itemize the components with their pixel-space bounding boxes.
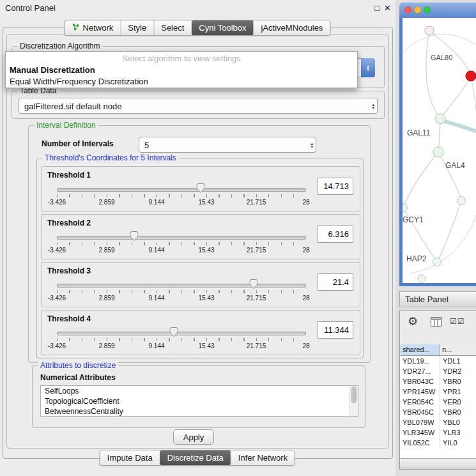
attribute-list-item[interactable]: SelfLoops bbox=[41, 386, 358, 396]
network-graph: GAL80 GAL11 GAL4 GCY1 HAP2 bbox=[403, 18, 476, 283]
table-cell-name: YBL0 bbox=[440, 417, 476, 427]
table-row[interactable]: YBR043C YBR0 bbox=[400, 376, 476, 387]
combobox-arrows-icon[interactable]: ▴▾ bbox=[372, 103, 374, 109]
algorithm-option-manual[interactable]: Manual Discretization bbox=[6, 65, 357, 76]
table-row[interactable]: YBR045C YBR0 bbox=[400, 407, 476, 417]
network-node[interactable] bbox=[418, 275, 426, 282]
zoom-traffic-light-icon[interactable] bbox=[424, 6, 431, 13]
network-canvas[interactable]: GAL80 GAL11 GAL4 GCY1 HAP2 bbox=[403, 18, 476, 283]
slider-handle[interactable] bbox=[250, 279, 258, 289]
apply-button[interactable]: Apply bbox=[173, 429, 214, 445]
attribute-list-item[interactable]: BetweennessCentrality bbox=[41, 406, 358, 417]
table-cell-shared-name: YBR045C bbox=[400, 407, 440, 417]
tab-style[interactable]: Style bbox=[120, 20, 153, 35]
slider-ticks bbox=[57, 242, 306, 245]
tab-network[interactable]: Network bbox=[65, 20, 121, 35]
columns-icon[interactable] bbox=[431, 317, 441, 329]
network-node[interactable] bbox=[433, 147, 443, 157]
slider-track[interactable] bbox=[57, 284, 306, 288]
interval-definition-group-label: Interval Definition bbox=[34, 121, 98, 130]
table-row[interactable]: YLR345W YLR3 bbox=[400, 427, 476, 438]
tick-labels: -3.4262.8599.14415.4321.71528 bbox=[57, 295, 306, 302]
network-window-titlebar[interactable] bbox=[399, 3, 476, 18]
tick-label: 15.43 bbox=[198, 199, 214, 206]
table-cell-name: YPR1 bbox=[440, 387, 476, 397]
tick-label: 21.715 bbox=[247, 342, 266, 349]
table-cell-shared-name: YDR27... bbox=[400, 366, 440, 376]
control-panel-titlebar: Control Panel □ ✕ bbox=[0, 0, 395, 15]
network-node-labels: GAL80 GAL11 GAL4 GCY1 HAP2 bbox=[403, 54, 465, 263]
threshold-value-box[interactable]: 21.4 bbox=[318, 273, 353, 291]
node-label: GCY1 bbox=[403, 215, 424, 224]
network-node[interactable] bbox=[425, 26, 434, 35]
table-panel-header[interactable]: Table Panel bbox=[399, 291, 476, 307]
attr-items-container: SelfLoopsTopologicalCoefficientBetweenne… bbox=[41, 386, 358, 417]
threshold-value-box[interactable]: 6.316 bbox=[318, 226, 353, 243]
slider-track[interactable] bbox=[57, 236, 306, 240]
table-toolbar: ⚙ ☑☑ bbox=[400, 311, 476, 333]
tick-labels: -3.4262.8599.14415.4321.71528 bbox=[57, 199, 306, 206]
algorithm-option-equal-width[interactable]: Equal Width/Frequency Discretization bbox=[6, 76, 357, 88]
tab-infer-network[interactable]: Infer Network bbox=[231, 450, 295, 465]
slider-handle[interactable] bbox=[197, 183, 205, 193]
tick-label: -3.426 bbox=[48, 295, 66, 302]
tab-select[interactable]: Select bbox=[153, 20, 191, 35]
select-columns-checkbox-icons[interactable]: ☑☑ bbox=[450, 317, 465, 326]
network-node[interactable] bbox=[457, 197, 466, 205]
discretization-algorithm-group-label: Discretization Algorithm bbox=[17, 42, 102, 50]
table-cell-shared-name: YIL052C bbox=[400, 438, 440, 448]
slider-handle[interactable] bbox=[130, 231, 138, 241]
float-window-icon[interactable]: □ bbox=[374, 3, 380, 13]
numerical-attributes-list[interactable]: SelfLoopsTopologicalCoefficientBetweenne… bbox=[40, 385, 358, 417]
tab-impute-data[interactable]: Impute Data bbox=[100, 450, 160, 465]
minimize-traffic-light-icon[interactable] bbox=[414, 6, 421, 13]
attributes-scrollbar[interactable] bbox=[349, 386, 358, 416]
slider-handle[interactable] bbox=[170, 327, 178, 337]
highlighted-network-edge bbox=[440, 120, 476, 132]
table-row[interactable]: YBL079W YBL0 bbox=[400, 417, 476, 427]
tick-label: -3.426 bbox=[48, 199, 66, 206]
control-panel-title: Control Panel bbox=[5, 3, 56, 13]
close-traffic-light-icon[interactable] bbox=[404, 6, 411, 13]
column-header-shared-name[interactable]: shared... bbox=[400, 344, 440, 355]
node-label: GAL4 bbox=[445, 161, 465, 170]
threshold-slider[interactable]: -3.4262.8599.14415.4321.71528 bbox=[57, 280, 306, 303]
network-node[interactable] bbox=[403, 204, 408, 212]
threshold-label: Threshold 4 bbox=[47, 314, 91, 323]
close-window-icon[interactable]: ✕ bbox=[384, 3, 391, 13]
thresholds-container: Threshold 1 14.713 -3.4262.8599.14415.43… bbox=[41, 166, 359, 358]
slider-track[interactable] bbox=[57, 332, 306, 335]
table-data-combobox[interactable]: galFiltered.sif default node ▴▾ bbox=[19, 98, 378, 114]
tab-jactivemnodules[interactable]: jActiveMNodules bbox=[254, 20, 330, 35]
table-row[interactable]: YDL19... YDL1 bbox=[400, 356, 476, 366]
threshold-label: Threshold 1 bbox=[47, 171, 91, 180]
table-data-value: galFiltered.sif default node bbox=[24, 101, 121, 111]
table-footer-bar bbox=[400, 458, 476, 469]
selected-network-node[interactable] bbox=[466, 71, 476, 81]
column-header-name[interactable]: n... bbox=[440, 344, 476, 355]
control-panel-window: Control Panel □ ✕ Network Style Select C… bbox=[0, 0, 396, 476]
table-row[interactable]: YER054C YER0 bbox=[400, 397, 476, 407]
spinner-arrows-icon[interactable]: ▴▾ bbox=[311, 142, 313, 148]
number-of-intervals-spinner[interactable]: 5 ▴▾ bbox=[139, 137, 316, 153]
tab-discretize-data[interactable]: Discretize Data bbox=[160, 450, 231, 465]
table-row[interactable]: YPR145W YPR1 bbox=[400, 387, 476, 397]
threshold-slider[interactable]: -3.4262.8599.14415.4321.71528 bbox=[57, 328, 306, 351]
threshold-value-box[interactable]: 14.713 bbox=[318, 178, 353, 195]
gear-icon[interactable]: ⚙ bbox=[408, 314, 418, 328]
slider-ticks bbox=[57, 338, 306, 341]
threshold-slider[interactable]: -3.4262.8599.14415.4321.71528 bbox=[57, 233, 306, 256]
thresholds-group-label: Threshold's Coordinates for 5 Intervals bbox=[42, 153, 179, 162]
combobox-arrows-icon[interactable]: ▴▾ bbox=[361, 58, 375, 77]
threshold-slider[interactable]: -3.4262.8599.14415.4321.71528 bbox=[57, 185, 306, 208]
table-row[interactable]: YIL052C YIL0 bbox=[400, 438, 476, 448]
scrollbar-thumb[interactable] bbox=[351, 387, 357, 403]
tab-cyni-toolbox[interactable]: Cyni Toolbox bbox=[191, 20, 253, 35]
network-node[interactable] bbox=[435, 114, 445, 124]
numerical-attributes-label: Numerical Attributes bbox=[40, 373, 116, 382]
slider-track[interactable] bbox=[57, 188, 306, 192]
table-row[interactable]: YDR27... YDR2 bbox=[400, 366, 476, 376]
attribute-list-item[interactable]: TopologicalCoefficient bbox=[41, 396, 358, 406]
network-node[interactable] bbox=[433, 258, 441, 266]
threshold-value-box[interactable]: 11.344 bbox=[318, 321, 353, 339]
